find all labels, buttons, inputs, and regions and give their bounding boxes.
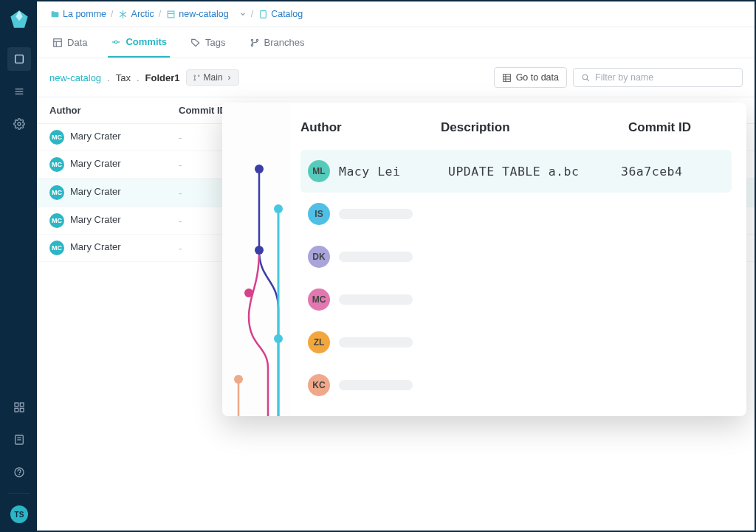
commit-row[interactable]: DK (300, 235, 732, 278)
svg-point-32 (193, 79, 195, 80)
author-name: Mary Crater (70, 214, 121, 225)
breadcrumb-item[interactable]: Arctic (118, 9, 154, 19)
avatar: IS (308, 203, 330, 225)
breadcrumb-item[interactable]: Catalog (258, 9, 303, 19)
avatar: ZL (308, 331, 330, 353)
avatar: MC (49, 241, 64, 255)
breadcrumb-separator: / (111, 9, 113, 19)
svg-point-30 (256, 39, 258, 41)
svg-rect-8 (20, 403, 24, 407)
avatar: KC (308, 374, 330, 396)
col-header-author[interactable]: Author (49, 105, 179, 116)
svg-rect-34 (503, 74, 510, 81)
skeleton (339, 380, 413, 390)
commit-row[interactable]: ZL (300, 321, 732, 364)
avatar: MC (49, 130, 64, 145)
button-label: Go to data (516, 72, 559, 83)
app-logo (9, 9, 30, 30)
go-to-data-button[interactable]: Go to data (494, 67, 567, 88)
breadcrumb-label: Arctic (131, 9, 154, 19)
path-mid[interactable]: Tax (116, 72, 131, 83)
breadcrumb-item[interactable]: La pomme (49, 9, 106, 19)
view-tabs: Data Commits Tags Branches (38, 27, 755, 58)
svg-point-51 (234, 375, 243, 384)
breadcrumb-label: La pomme (63, 9, 106, 19)
chevron-down-icon[interactable] (239, 10, 247, 18)
card-col-desc: Description (441, 120, 628, 135)
path-root[interactable]: new-catalog (49, 72, 101, 83)
branch-selector[interactable]: Main (186, 69, 239, 86)
svg-point-28 (251, 39, 252, 41)
tab-branches[interactable]: Branches (247, 27, 308, 58)
svg-point-31 (193, 75, 195, 76)
commit-detail-card: Author Description Commit ID ML Macy Lei… (222, 103, 746, 416)
svg-point-47 (274, 204, 283, 213)
commit-row[interactable]: MC (300, 278, 732, 321)
svg-point-49 (244, 289, 253, 297)
folder-icon (49, 9, 60, 19)
svg-point-33 (198, 75, 199, 76)
book-icon (258, 9, 268, 19)
nav-docs[interactable] (7, 428, 31, 452)
breadcrumb: La pomme / Arctic / new-catalog / Catalo… (38, 1, 755, 27)
grid-icon (502, 73, 512, 83)
nav-list[interactable] (7, 80, 31, 103)
user-avatar[interactable]: TS (10, 505, 28, 523)
commit-row-highlight[interactable]: ML Macy Lei UPDATE TABLE a.bc 36a7ceb4 (300, 150, 732, 193)
breadcrumb-separator: / (159, 9, 161, 19)
avatar: MC (49, 213, 64, 228)
author-name: Mary Crater (70, 158, 121, 169)
commit-graph (222, 103, 290, 416)
svg-point-48 (255, 246, 264, 255)
svg-point-29 (251, 44, 252, 46)
main-content: La pomme / Arctic / new-catalog / Catalo… (37, 1, 755, 531)
svg-rect-10 (20, 408, 24, 412)
search-box[interactable] (573, 68, 743, 87)
commit-row[interactable]: KC (300, 364, 732, 407)
path-separator: . (137, 72, 140, 83)
skeleton (339, 337, 413, 348)
branch-label: Main (204, 72, 223, 83)
chevron-right-icon (226, 75, 233, 81)
nav-help[interactable] (7, 460, 31, 484)
nav-apps[interactable] (7, 395, 31, 419)
card-col-author: Author (300, 120, 441, 135)
avatar: MC (49, 157, 64, 172)
tab-label: Branches (264, 37, 305, 48)
left-sidebar: TS (1, 1, 37, 531)
breadcrumb-item[interactable]: new-catalog (165, 9, 246, 19)
avatar: DK (308, 246, 330, 268)
author-name: Mary Crater (70, 131, 121, 142)
author-name: Mary Crater (70, 241, 121, 252)
avatar: MC (308, 289, 330, 311)
search-icon (581, 73, 591, 83)
avatar: ML (308, 160, 330, 182)
breadcrumb-separator: / (251, 9, 253, 19)
svg-point-25 (115, 41, 118, 44)
path-separator: . (107, 72, 110, 83)
tab-label: Data (67, 37, 87, 48)
tab-tags[interactable]: Tags (188, 27, 228, 58)
svg-rect-2 (16, 55, 24, 63)
svg-point-15 (19, 474, 20, 475)
path-leaf: Folder1 (145, 72, 180, 83)
commit-detail-list: Author Description Commit ID ML Macy Lei… (290, 103, 746, 416)
nav-settings[interactable] (7, 112, 31, 136)
svg-point-46 (255, 165, 264, 173)
search-input[interactable] (595, 72, 735, 83)
svg-rect-7 (15, 403, 18, 407)
svg-rect-9 (15, 408, 18, 412)
svg-rect-19 (168, 11, 174, 18)
svg-point-6 (18, 122, 21, 125)
nav-explorer[interactable] (7, 47, 31, 71)
author-name: Macy Lei (339, 165, 400, 179)
tab-data[interactable]: Data (49, 27, 90, 58)
commit-id: 36a7ceb4 (621, 165, 682, 179)
svg-point-50 (274, 334, 283, 343)
breadcrumb-label: Catalog (271, 9, 303, 19)
skeleton (339, 209, 413, 219)
card-col-commit-id: Commit ID (628, 120, 732, 135)
commit-row[interactable]: IS (300, 193, 732, 235)
skeleton (339, 294, 413, 305)
tab-commits[interactable]: Commits (108, 27, 170, 58)
